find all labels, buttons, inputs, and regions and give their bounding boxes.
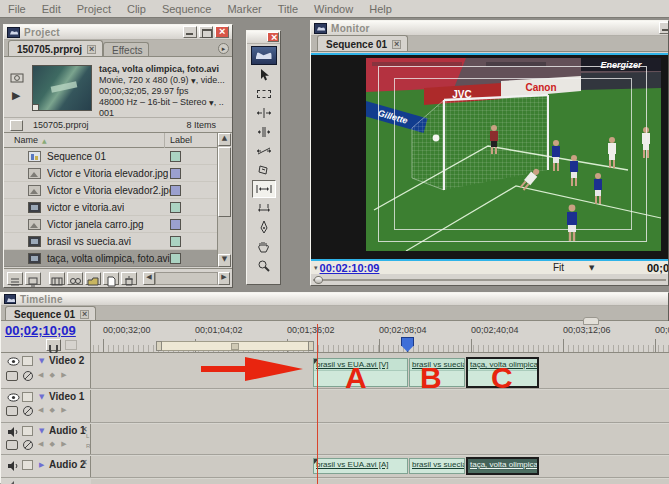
scroll-thumb[interactable] — [218, 147, 231, 217]
rate-stretch-tool[interactable] — [252, 142, 276, 160]
clip-audio-a[interactable]: brasil vs EUA.avi [A] — [313, 458, 408, 474]
clip-audio-c-selected[interactable]: taça, volta olimpica , fc — [466, 457, 539, 475]
work-area-grip[interactable] — [231, 343, 239, 350]
minimize-button[interactable] — [659, 22, 669, 34]
list-item[interactable]: Victor janela carro.jpg — [4, 216, 217, 233]
track-lock-toggle[interactable] — [22, 460, 33, 470]
menu-project[interactable]: Project — [69, 3, 119, 15]
label-swatch[interactable] — [170, 236, 181, 247]
expand-icon[interactable]: ▶ — [39, 461, 44, 469]
scroll-up-icon[interactable]: ▲ — [218, 133, 231, 146]
menu-file[interactable]: File — [0, 3, 34, 15]
list-item-selected[interactable]: taça, volta olimpica, foto.avi — [4, 250, 217, 267]
sync-lock-icon[interactable] — [22, 439, 34, 451]
tab-sequence-timeline[interactable]: Sequence 01 × — [5, 306, 96, 320]
monitor-current-timecode[interactable]: 00:02:10:09 — [320, 262, 380, 274]
ripple-edit-tool[interactable] — [252, 104, 276, 122]
project-vscrollbar[interactable]: ▲ ▼ — [217, 133, 231, 267]
razor-tool[interactable] — [252, 161, 276, 179]
time-ruler[interactable]: 00;00;32;00 00;01;04;02 00;01;36;02 00;0… — [91, 321, 669, 353]
track-visibility-icon[interactable] — [7, 357, 20, 366]
set-markers-button[interactable] — [65, 340, 77, 350]
premiere-logo-button[interactable] — [251, 46, 277, 65]
work-area-end-handle[interactable] — [308, 341, 314, 351]
list-item[interactable]: Sequence 01 — [4, 148, 217, 165]
sync-lock-icon[interactable] — [22, 370, 34, 382]
display-style-icon[interactable] — [6, 371, 18, 381]
delete-icon[interactable] — [121, 272, 137, 285]
menu-clip[interactable]: Clip — [119, 3, 154, 15]
hscroll-right-icon[interactable]: ▶ — [218, 272, 230, 285]
timeline-current-timecode[interactable]: 00;02;10;09 — [5, 323, 76, 338]
list-item[interactable]: victor e vitoria.avi — [4, 199, 217, 216]
display-style-icon[interactable] — [6, 440, 18, 450]
zoom-tool[interactable] — [252, 256, 276, 274]
zoom-level-value[interactable]: Fit — [553, 262, 564, 273]
automate-to-sequence-icon[interactable] — [49, 272, 65, 285]
rolling-edit-tool[interactable] — [252, 123, 276, 141]
menu-help[interactable]: Help — [361, 3, 400, 15]
timeline-titlebar[interactable]: Timeline — [1, 293, 668, 306]
monitor-titlebar[interactable]: Monitor — [311, 21, 668, 36]
thumbnail-handle[interactable] — [32, 104, 39, 111]
menu-sequence[interactable]: Sequence — [154, 3, 220, 15]
sort-asc-icon[interactable]: ▲ — [42, 137, 47, 144]
bin-up-icon[interactable] — [10, 120, 23, 131]
project-hscrollbar[interactable] — [155, 272, 218, 285]
keyframe-nav-icons[interactable]: ◀ ◆ ▶ — [38, 440, 69, 448]
close-button[interactable] — [215, 26, 229, 38]
column-name[interactable]: Name — [14, 135, 38, 145]
track-select-tool[interactable] — [252, 85, 276, 103]
new-bin-icon[interactable] — [85, 272, 101, 285]
list-view-icon[interactable] — [7, 272, 23, 285]
menu-marker[interactable]: Marker — [219, 3, 269, 15]
track-lock-toggle[interactable] — [22, 426, 33, 436]
slide-tool[interactable] — [252, 199, 276, 217]
playhead-line[interactable] — [317, 324, 318, 484]
panel-menu-icon[interactable]: ▸ — [218, 43, 229, 54]
play-preview-button[interactable]: ▶ — [12, 89, 20, 102]
track-close-icon[interactable]: ✕ — [81, 458, 88, 467]
hand-tool[interactable] — [252, 237, 276, 255]
hscroll-left-icon[interactable]: ◀ — [143, 272, 155, 285]
collapse-icon[interactable]: ▼ — [39, 393, 44, 401]
column-divider[interactable] — [164, 133, 165, 148]
speaker-icon[interactable] — [7, 461, 19, 471]
tab-sequence-monitor[interactable]: Sequence 01 × — [317, 35, 408, 51]
tab-effects[interactable]: Effects — [103, 42, 149, 56]
selection-tool[interactable] — [252, 66, 276, 84]
menu-title[interactable]: Title — [270, 3, 306, 15]
scrubber-knob[interactable] — [314, 276, 323, 284]
clip-audio-b[interactable]: brasil vs suecia.a — [409, 458, 465, 474]
monitor-scrubber[interactable] — [311, 274, 669, 286]
collapse-icon[interactable]: ▼ — [39, 357, 44, 365]
disclosure-icon[interactable]: ▾ — [314, 264, 318, 272]
new-item-icon[interactable] — [103, 272, 119, 285]
display-style-icon[interactable] — [6, 406, 18, 416]
slip-tool[interactable] — [252, 180, 276, 198]
sync-lock-icon[interactable] — [22, 405, 34, 417]
project-titlebar[interactable]: Project — [4, 25, 232, 40]
menu-window[interactable]: Window — [306, 3, 361, 15]
snap-toggle-button[interactable] — [46, 339, 61, 351]
label-swatch[interactable] — [170, 202, 181, 213]
work-area-start-handle[interactable] — [156, 341, 162, 351]
tab-project-file[interactable]: 150705.prproj × — [8, 40, 103, 56]
tab-close-icon[interactable]: × — [87, 45, 96, 54]
track-lock-toggle[interactable] — [22, 356, 33, 366]
scrubber-track[interactable] — [313, 279, 666, 281]
maximize-button[interactable] — [199, 26, 213, 38]
work-area-bar[interactable] — [156, 341, 314, 351]
track-visibility-icon[interactable] — [7, 393, 20, 402]
collapse-icon[interactable]: ▼ — [39, 427, 44, 435]
find-icon[interactable] — [67, 272, 83, 285]
label-swatch[interactable] — [170, 219, 181, 230]
keyframe-nav-icons[interactable]: ◀ ◆ ▶ — [38, 406, 69, 414]
menu-edit[interactable]: Edit — [34, 3, 69, 15]
pen-tool[interactable] — [252, 218, 276, 236]
poster-frame-button[interactable] — [10, 69, 24, 87]
scroll-down-icon[interactable]: ▼ — [218, 254, 231, 267]
label-swatch[interactable] — [170, 168, 181, 179]
keyframe-nav-icons[interactable]: ◀ ◆ ▶ — [38, 371, 69, 379]
list-item[interactable]: brasil vs suecia.avi — [4, 233, 217, 250]
